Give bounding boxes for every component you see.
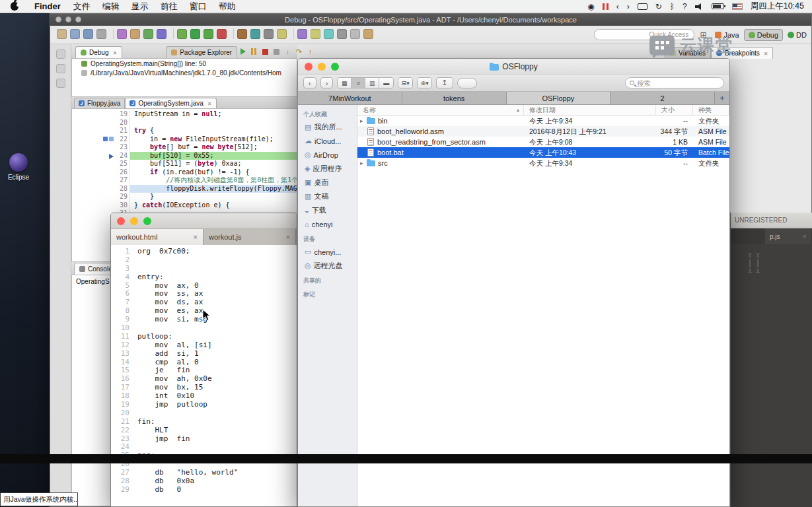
close-icon[interactable]: × xyxy=(194,233,198,241)
search-field[interactable] xyxy=(625,77,724,88)
eclipse-titlebar[interactable]: Debug - OSFloppy/src/OperatingSystem.jav… xyxy=(50,14,811,26)
close-icon[interactable] xyxy=(762,50,768,57)
editor-tab[interactable]: workout.js× xyxy=(203,229,296,245)
save-all-icon[interactable] xyxy=(83,29,93,39)
menubar-menu-4[interactable]: 窗口 xyxy=(184,1,213,13)
volume-icon[interactable] xyxy=(695,3,704,10)
apple-menu-icon[interactable] xyxy=(11,2,18,11)
debug-icon[interactable] xyxy=(177,29,187,39)
close-icon[interactable] xyxy=(117,217,125,225)
last-edit-location-icon[interactable] xyxy=(297,29,307,39)
editor-tab[interactable]: workout.html× xyxy=(111,229,203,245)
finder-tab[interactable]: 2 xyxy=(610,92,715,104)
run-history-icon[interactable] xyxy=(203,29,213,39)
external-tools-icon[interactable] xyxy=(237,29,247,39)
restore-view-icon[interactable] xyxy=(56,50,65,59)
minimize-icon[interactable] xyxy=(318,63,326,71)
forward-button[interactable]: › xyxy=(320,77,334,88)
back-history-icon[interactable] xyxy=(311,29,320,39)
new-java-project-icon[interactable] xyxy=(117,29,127,39)
close-icon[interactable]: × xyxy=(803,232,807,240)
column-view-icon[interactable]: ▥ xyxy=(365,78,379,88)
sidebar-item[interactable]: ◎AirDrop xyxy=(298,148,357,162)
step-return-icon[interactable] xyxy=(306,48,314,56)
run-icon[interactable] xyxy=(190,29,200,39)
sidebar-item[interactable]: ◎远程光盘 xyxy=(298,259,357,273)
chevron-left-icon[interactable]: ‹ xyxy=(616,2,619,11)
previous-annotation-icon[interactable] xyxy=(350,29,360,39)
sidebar-item[interactable]: ▤我的所... xyxy=(298,120,357,134)
us-flag-icon[interactable] xyxy=(732,3,743,10)
menubar-menu-1[interactable]: 编辑 xyxy=(96,1,126,13)
sidebar-item[interactable]: ◈应用程序 xyxy=(298,162,357,176)
close-icon[interactable] xyxy=(206,100,212,107)
print-icon[interactable] xyxy=(96,29,106,39)
breakpoints-view-icon[interactable] xyxy=(56,79,65,88)
new-wizard-icon[interactable] xyxy=(363,29,373,39)
tab-package-explorer[interactable]: Package Explorer xyxy=(166,46,237,58)
column-header[interactable]: 修改日期 xyxy=(524,105,656,115)
new-package-icon[interactable] xyxy=(130,29,140,39)
line-number[interactable]: 26 xyxy=(116,168,128,177)
resume-icon[interactable] xyxy=(239,48,247,56)
tab-floppy-java[interactable]: J Floppy.java xyxy=(74,98,125,108)
menubar-app-name[interactable]: Finder xyxy=(28,1,67,11)
window-controls[interactable] xyxy=(305,63,344,71)
sidebar-item[interactable]: ☁iCloud... xyxy=(298,134,357,148)
minimize-icon[interactable] xyxy=(65,17,71,22)
text-editor-titlebar[interactable] xyxy=(111,213,297,229)
line-number[interactable]: 25 xyxy=(116,160,128,168)
tab-operatingsystem-java[interactable]: J OperatingSystem.java xyxy=(125,98,216,108)
file-row[interactable]: boot.bat今天 上午10:4350 字节Batch File xyxy=(357,147,729,158)
disconnect-icon[interactable] xyxy=(272,48,281,56)
chevron-right-icon[interactable]: › xyxy=(627,2,630,11)
stack-frame-row[interactable]: OperatingSystem.main(String[]) line: 50 xyxy=(72,59,297,68)
debug-view-icon[interactable] xyxy=(56,64,65,73)
line-number[interactable]: 19 xyxy=(116,110,128,119)
file-row[interactable]: boot_readstring_from_sector.asm今天 上午9:08… xyxy=(357,137,729,147)
tags-button[interactable] xyxy=(457,78,477,88)
unregistered-titlebar[interactable]: UNREGISTERED xyxy=(731,213,812,228)
close-icon[interactable] xyxy=(111,49,117,56)
tab-debug[interactable]: Debug xyxy=(75,46,122,58)
window-controls[interactable] xyxy=(117,217,157,225)
new-icon[interactable] xyxy=(57,29,67,39)
finder-tab[interactable]: tokens xyxy=(402,92,507,104)
menubar-menu-5[interactable]: 帮助 xyxy=(213,1,242,13)
close-icon[interactable]: × xyxy=(286,233,290,241)
menubar-menu-2[interactable]: 显示 xyxy=(126,1,155,13)
sync-icon[interactable]: ↻ xyxy=(655,2,662,11)
perspective-debug-button[interactable]: Debug xyxy=(744,29,783,41)
sidebar-item[interactable]: ▣桌面 xyxy=(298,176,357,189)
close-icon[interactable] xyxy=(305,63,313,71)
finder-tab[interactable]: OSFloppy xyxy=(507,92,611,104)
folder-proxy-icon[interactable] xyxy=(490,64,499,71)
action-menu[interactable]: ⊛▾ xyxy=(417,77,432,88)
file-row[interactable]: boot_helloworld.asm2016年8月12日 上午9:21344 … xyxy=(357,126,729,137)
battery-icon[interactable] xyxy=(712,3,724,9)
terminate-icon[interactable] xyxy=(261,48,270,56)
desktop-icon-eclipse[interactable]: Eclipse xyxy=(3,153,34,181)
column-header[interactable]: 大小 xyxy=(656,105,693,115)
menubar-menu-3[interactable]: 前往 xyxy=(155,1,184,13)
new-interface-icon[interactable] xyxy=(157,29,166,39)
file-row[interactable]: ▸bin今天 上午9:34--文件夹 xyxy=(357,116,729,126)
suspend-icon[interactable] xyxy=(250,48,258,56)
minimize-icon[interactable] xyxy=(130,217,138,225)
line-number[interactable]: 30 xyxy=(116,201,128,210)
input-source-icon[interactable]: ? xyxy=(683,2,687,11)
debug-tree[interactable]: OperatingSystem.main(String[]) line: 50 … xyxy=(71,59,297,97)
line-number[interactable]: 24 xyxy=(116,152,128,160)
forward-history-icon[interactable] xyxy=(324,29,334,39)
icon-view-icon[interactable]: ▦ xyxy=(338,78,351,88)
close-icon[interactable] xyxy=(55,17,61,22)
step-into-icon[interactable] xyxy=(283,48,292,56)
recording-stop-icon[interactable] xyxy=(603,3,609,10)
zoom-icon[interactable] xyxy=(143,217,151,225)
arrange-menu[interactable]: ⊟▾ xyxy=(398,77,413,88)
line-number[interactable]: 28 xyxy=(116,185,128,193)
file-row[interactable]: ▸src今天 上午9:34--文件夹 xyxy=(357,158,729,168)
line-number[interactable]: 22 xyxy=(116,135,128,144)
zoom-icon[interactable] xyxy=(75,17,81,22)
search-input[interactable] xyxy=(637,79,720,87)
